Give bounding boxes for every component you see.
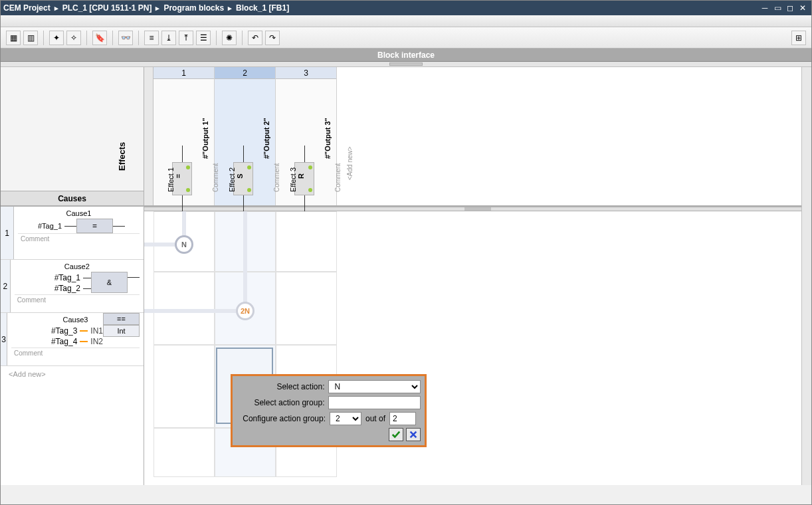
matrix-node[interactable]: 2N <box>236 302 254 320</box>
tool-glasses-icon[interactable]: 👓 <box>118 31 133 45</box>
toolbar: ▦ ▥ ✦ ✧ 🔖 👓 ≡ ⤓ ⤒ ☰ ✺ ↶ ↷ ⊞ <box>1 27 811 49</box>
tool-grid-icon[interactable]: ⊞ <box>791 31 806 45</box>
tool-undo-icon[interactable]: ↶ <box>248 31 262 45</box>
tool-list2-icon[interactable]: ☰ <box>196 31 211 45</box>
out-of-label: out of <box>365 414 385 423</box>
crumb-project[interactable]: CEM Project <box>3 3 51 13</box>
output-tag: #"Output 3" <box>324 118 332 159</box>
output-tag: #"Output 1" <box>201 118 209 159</box>
effect-number: 2 <box>215 67 275 79</box>
cause-number: 2 <box>1 260 11 312</box>
cause-number: 1 <box>1 207 14 259</box>
cause-row[interactable]: 3 Cause3 #Tag_3IN1 #Tag_4IN2 == Int Comm… <box>1 313 144 366</box>
cause-comment[interactable]: Comment <box>11 348 140 358</box>
op-compare: == <box>103 313 140 325</box>
cause-row[interactable]: 1 Cause1 #Tag_1 = Comment <box>1 207 144 260</box>
tool-upload-icon[interactable]: ⤒ <box>179 31 193 45</box>
tool-sparkle-icon[interactable]: ✦ <box>49 31 64 45</box>
effect-op: = <box>174 174 182 178</box>
block-interface-header[interactable]: Block interface <box>1 49 811 62</box>
effects-heading: Effects <box>117 142 127 171</box>
effect-column[interactable]: 2 #"Output 2" S Effect 2 Comment <box>215 67 276 205</box>
effects-row: 1 #"Output 1" = Effect 1 Comment 2 #"Out… <box>144 67 811 207</box>
crumb-folder[interactable]: Program blocks <box>163 3 224 13</box>
select-action-dropdown[interactable]: N <box>328 380 421 393</box>
tag-name: #Tag_2 <box>54 284 80 293</box>
op-type: Int <box>103 325 140 337</box>
tag-name: #Tag_1 <box>38 222 62 230</box>
action-popup: Select action: N Select action group: 2 … <box>231 374 427 447</box>
tag-name: #Tag_4 <box>51 337 77 346</box>
effect-block <box>233 162 253 195</box>
tag-name: #Tag_3 <box>51 326 77 336</box>
pin-label: IN2 <box>90 337 103 346</box>
effect-name: Effect 3 <box>289 167 297 192</box>
cause-row[interactable]: 2 Cause2 #Tag_1 #Tag_2 & Comment <box>1 260 144 313</box>
effect-number: 1 <box>153 67 214 79</box>
tool-list-icon[interactable]: ≡ <box>144 31 159 45</box>
vertical-scrollbar[interactable] <box>801 67 812 485</box>
effect-name: Effect 1 <box>167 167 175 192</box>
tool-spark2-icon[interactable]: ✧ <box>66 31 81 45</box>
configure-a-dropdown[interactable]: 2 <box>330 412 361 425</box>
chevron-right-icon: ▸ <box>228 4 232 13</box>
output-tag: #"Output 2" <box>262 118 270 159</box>
cancel-button[interactable] <box>406 428 421 441</box>
cause-comment[interactable]: Comment <box>18 233 140 244</box>
minimize-button[interactable]: ─ <box>759 2 771 14</box>
breadcrumb: CEM Project ▸ PLC_1 [CPU 1511-1 PN] ▸ Pr… <box>3 3 289 13</box>
causes-list: 1 Cause1 #Tag_1 = Comment 2 Cause2 <box>1 207 144 485</box>
effect-block <box>172 162 192 195</box>
confirm-button[interactable] <box>389 428 403 441</box>
select-group-label: Select action group: <box>237 398 328 407</box>
effect-column[interactable]: 1 #"Output 1" = Effect 1 Comment <box>153 67 215 205</box>
pin-label: IN1 <box>90 326 103 336</box>
chevron-right-icon: ▸ <box>54 4 58 13</box>
cause-comment[interactable]: Comment <box>15 294 140 305</box>
tool-tile1-icon[interactable]: ▦ <box>6 31 21 45</box>
effect-block <box>294 162 314 195</box>
effect-op: R <box>297 173 305 179</box>
configure-b-input[interactable] <box>389 412 416 425</box>
effect-column[interactable]: 3 #"Output 3" R Effect 3 Comment <box>276 67 337 205</box>
effect-name: Effect 2 <box>228 167 236 192</box>
add-new-effect[interactable]: <Add new> <box>337 67 350 205</box>
tool-tag-icon[interactable]: 🔖 <box>92 31 107 45</box>
crumb-block[interactable]: Block_1 [FB1] <box>236 3 289 13</box>
interface-splitter[interactable] <box>1 62 811 67</box>
select-action-label: Select action: <box>237 382 328 391</box>
gutter <box>144 67 153 205</box>
cause-title: Cause2 <box>15 262 140 270</box>
op-and: & <box>91 272 128 293</box>
matrix-node[interactable]: N <box>175 235 193 254</box>
restore-button[interactable]: ▭ <box>771 2 783 14</box>
corner-box: Effects Causes <box>1 67 144 207</box>
cause-title: Cause1 <box>18 209 140 217</box>
tool-download-icon[interactable]: ⤓ <box>161 31 176 45</box>
effect-op: S <box>236 173 244 178</box>
op-equals: = <box>76 219 113 233</box>
effect-number: 3 <box>276 67 336 79</box>
window-controls: ─ ▭ ◻ ✕ <box>759 2 809 14</box>
tool-star-icon[interactable]: ✺ <box>222 31 237 45</box>
cause-number: 3 <box>1 313 7 365</box>
title-bar: CEM Project ▸ PLC_1 [CPU 1511-1 PN] ▸ Pr… <box>1 1 811 15</box>
maximize-button[interactable]: ◻ <box>784 2 796 14</box>
matrix: N 2N Select action: N Select action grou… <box>144 211 811 485</box>
tool-redo-icon[interactable]: ↷ <box>265 31 280 45</box>
chevron-right-icon: ▸ <box>155 4 159 13</box>
upper-edge-bar <box>1 15 811 27</box>
tool-tile2-icon[interactable]: ▥ <box>23 31 38 45</box>
crumb-plc[interactable]: PLC_1 [CPU 1511-1 PN] <box>62 3 152 13</box>
configure-group-label: Configure action group: <box>237 414 330 423</box>
close-button[interactable]: ✕ <box>797 2 809 14</box>
select-group-dropdown[interactable]: 2 out of 2 <box>328 396 421 409</box>
tag-name: #Tag_1 <box>54 273 80 282</box>
causes-heading: Causes <box>1 191 144 205</box>
add-new-cause[interactable]: <Add new> <box>1 366 144 382</box>
matrix-splitter[interactable] <box>144 207 811 211</box>
